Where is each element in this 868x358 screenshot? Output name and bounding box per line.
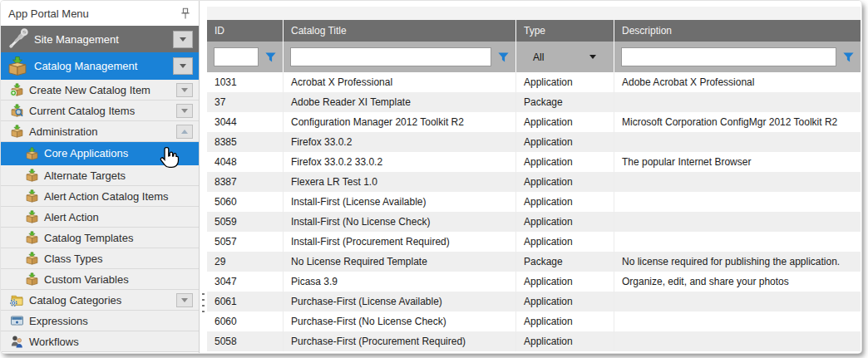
sidebar-item-catalog-templates[interactable]: Catalog Templates [1,228,199,248]
sidebar: App Portal Menu Site ManagementCatalog M… [1,1,200,353]
tools-icon [5,28,30,50]
table-row[interactable]: 1031Acrobat X ProfessionalApplicationAdo… [207,72,861,92]
expander-button[interactable] [176,104,193,118]
cell-title: Install-First (No License Check) [284,212,516,232]
column-header-id[interactable]: ID [207,20,284,42]
cell-description [614,212,861,232]
expander-button[interactable] [176,83,193,97]
package-search-icon [10,104,24,117]
sidebar-item-expressions[interactable]: Expressions [1,311,199,331]
table-row[interactable]: 5060Install-First (License Available)App… [207,192,861,212]
cell-type: Application [516,232,614,252]
table-row[interactable]: 3047Picasa 3.9ApplicationOrganize, edit,… [207,272,861,292]
cell-type: Application [516,212,614,232]
sidebar-item-workflows[interactable]: Workflows [1,331,199,352]
sidebar-item-core-applications[interactable]: Core Applications [1,142,199,165]
table-row[interactable]: 5059Install-First (No License Check)Appl… [207,212,861,232]
column-header-type[interactable]: Type [516,20,614,42]
chevron-down-icon [180,37,186,42]
type-filter-value: All [533,51,544,63]
splitter-grip-icon [202,293,205,316]
sidebar-menu: Site ManagementCatalog ManagementCreate … [1,26,199,352]
cell-title: Flexera LR Test 1.0 [284,172,516,192]
cell-description [614,292,861,311]
sidebar-item-alert-action[interactable]: Alert Action [1,207,199,228]
sidebar-item-catalog-management[interactable]: Catalog Management [1,52,199,80]
title-filter-funnel-icon[interactable] [498,52,509,62]
table-row[interactable]: 5058Purchase-First (Procurement Required… [207,331,861,351]
cell-id: 1031 [207,72,284,92]
cell-id: 37 [207,92,284,112]
table-row[interactable]: 37Adobe Reader XI TemplatePackage [207,92,861,112]
cell-id: 6060 [207,311,284,331]
cell-id: 3044 [207,112,284,132]
sidebar-item-label: Catalog Management [34,60,173,72]
chevron-up-icon [181,130,188,134]
package-icon [10,125,24,138]
catalog-grid-panel: IDCatalog TitleTypeDescription All [206,1,861,353]
sidebar-item-label: Site Management [34,33,173,46]
description-filter-input[interactable] [621,47,836,66]
cell-type: Application [516,172,614,192]
sidebar-item-label: Create New Catalog Item [29,84,176,96]
cell-id: 29 [207,252,284,272]
splitter[interactable] [200,1,206,353]
sidebar-item-label: Administration [29,125,176,138]
package-icon [25,231,39,244]
cell-title: Firefox 33.0.2 33.0.2 [284,152,516,172]
sidebar-item-create-new-catalog-item[interactable]: Create New Catalog Item [1,80,199,101]
sidebar-item-alternate-targets[interactable]: Alternate Targets [1,165,199,186]
table-row[interactable]: 6061Purchase-First (License Available)Ap… [207,292,861,311]
pin-icon[interactable] [179,7,192,20]
cell-id: 5058 [207,331,284,351]
sidebar-item-current-catalog-items[interactable]: Current Catalog Items [1,101,199,121]
table-row[interactable]: 29No License Required TemplatePackageNo … [207,252,861,272]
cell-id: 6061 [207,292,284,311]
grid-header-row: IDCatalog TitleTypeDescription [207,20,861,42]
id-filter-input[interactable] [214,47,259,66]
expander-button[interactable] [173,31,193,48]
expander-button[interactable] [176,125,193,139]
cell-title: Purchase-First (No License Check) [284,311,516,331]
sidebar-item-class-types[interactable]: Class Types [1,248,199,269]
cell-title: Configuration Manager 2012 Toolkit R2 [284,112,516,132]
title-filter-input[interactable] [290,47,491,66]
cell-description: Adobe Acrobat X Professional [614,72,861,92]
column-header-description[interactable]: Description [614,20,861,42]
sidebar-item-alert-action-catalog-items[interactable]: Alert Action Catalog Items [1,186,199,207]
grid-top-strip [207,1,861,20]
sidebar-item-custom-variables[interactable]: Custom Variables [1,269,199,290]
id-filter-funnel-icon[interactable] [265,52,276,62]
type-filter-dropdown[interactable]: All [523,51,607,63]
cell-type: Application [516,112,614,132]
sidebar-item-site-management[interactable]: Site Management [1,26,199,52]
column-header-catalog-title[interactable]: Catalog Title [284,20,516,42]
expander-button[interactable] [173,57,193,75]
sidebar-item-label: Core Applications [44,147,193,159]
chevron-down-icon [181,109,188,113]
chevron-down-icon [181,88,188,92]
caret-down-icon [589,55,596,59]
expander-button[interactable] [176,293,193,307]
sidebar-item-label: Custom Variables [44,273,193,286]
description-filter-funnel-icon[interactable] [843,52,854,62]
sidebar-item-administration[interactable]: Administration [1,121,199,142]
folder-gear-icon [10,293,24,307]
description-filter-cell [614,42,861,72]
table-row[interactable]: 5057Install-First (Procurement Required)… [207,232,861,252]
table-row[interactable]: 8385Firefox 33.0.2Application [207,132,861,152]
cell-id: 4048 [207,152,284,172]
cell-type: Application [516,192,614,212]
sidebar-item-catalog-categories[interactable]: Catalog Categories [1,290,199,311]
cell-type: Application [516,311,614,331]
table-row[interactable]: 4048Firefox 33.0.2 33.0.2ApplicationThe … [207,152,861,172]
cell-id: 5059 [207,212,284,232]
sidebar-item-label: Workflows [29,336,193,348]
table-row[interactable]: 8387Flexera LR Test 1.0Application [207,172,861,192]
sidebar-item-label: Alert Action Catalog Items [44,190,193,203]
cell-title: Adobe Reader XI Template [284,92,516,112]
cell-id: 8387 [207,172,284,192]
content-frame: App Portal Menu Site ManagementCatalog M… [1,1,861,353]
table-row[interactable]: 6060Purchase-First (No License Check)App… [207,311,861,331]
table-row[interactable]: 3044Configuration Manager 2012 Toolkit R… [207,112,861,132]
